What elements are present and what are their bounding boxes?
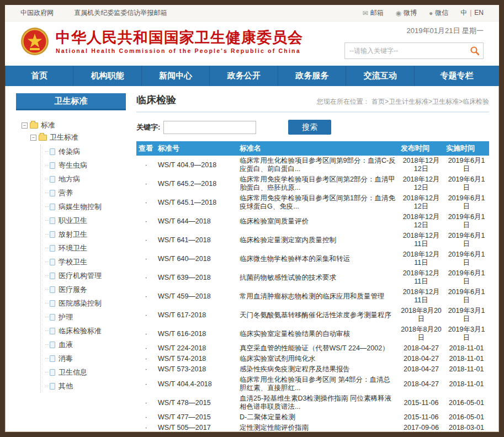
standard-name-link[interactable]: 临床常用生化检验项目参考区间 第4部分：血清总胆红素、直接胆红...: [237, 375, 399, 393]
table-head: 查看 标准号 标准名 发布时间 实施时间: [136, 141, 489, 156]
weibo-link[interactable]: ◉ 微博: [395, 8, 416, 18]
tree-node-root[interactable]: 标准: [22, 120, 123, 130]
tree-leaf-item[interactable]: 营养: [41, 186, 123, 200]
tree-leaf-item[interactable]: 地方病: [41, 172, 123, 186]
row-bullet: ·: [136, 354, 156, 364]
row-bullet: ·: [136, 343, 156, 354]
publish-date: 2018年12月11日: [399, 268, 444, 287]
tree-leaf-item[interactable]: 卫生信息: [41, 365, 123, 379]
nav-item[interactable]: 首页: [5, 66, 73, 86]
tree-leaf-item[interactable]: 其他: [41, 379, 123, 393]
document-icon: [50, 273, 55, 279]
tree-leaf-item[interactable]: 病媒生物控制: [41, 200, 123, 214]
folder-icon: [39, 135, 47, 141]
table-row: · WS/T 644—2018 临床检验室间质量评价 2018年12月12日 2…: [136, 212, 489, 231]
nav-item[interactable]: 政务服务: [278, 66, 346, 86]
implement-date: 2018-11-01: [444, 375, 489, 393]
standard-name-link[interactable]: 常用血清肿瘤标志物检测的临床应用和质量管理: [237, 287, 399, 306]
nav-item[interactable]: 机构职能: [73, 66, 141, 86]
search-button[interactable]: 搜索: [288, 120, 331, 135]
standard-name-link[interactable]: 感染性疾病免疫测定程序及结果报告: [237, 364, 399, 375]
standard-number: WS/T 573-2018: [156, 364, 237, 375]
tree-leaf-item[interactable]: 消毒: [41, 351, 123, 365]
nav-item[interactable]: 政务公开: [209, 66, 277, 86]
standard-name-link[interactable]: 临床实验室试剂用纯化水: [237, 354, 399, 364]
site-search-input[interactable]: [349, 47, 470, 55]
search-icon[interactable]: [470, 46, 480, 56]
standard-name-link[interactable]: 临床检验室间质量评价: [237, 212, 399, 231]
publish-date: 2018年12月11日: [399, 249, 444, 268]
standard-name-link[interactable]: 血清25-羟基维生素D3检测操作指南 同位素稀释液相色谱串联质谱法...: [237, 393, 399, 412]
page-frame: 中国政府网 直属机关纪委监委信访举报邮箱 ✉ 邮箱 ◉ 微博 ● 微信 中|EN: [0, 0, 504, 437]
lang-zh[interactable]: 中: [460, 9, 467, 17]
standard-name-link[interactable]: 真空采血管的性能验证（代替WS/T 224—2002）: [237, 343, 399, 354]
mail-label: 邮箱: [370, 8, 383, 18]
keyword-label: 关键字:: [136, 122, 160, 132]
nav-item[interactable]: 交流互动: [346, 66, 413, 86]
tree-leaf-label: 血液: [59, 340, 73, 350]
standard-name-link[interactable]: 临床微生物学检验样本的采集和转运: [237, 249, 399, 268]
collapse-icon[interactable]: [30, 135, 36, 141]
standard-number: WS/T 477—2015: [156, 412, 237, 423]
wechat-link[interactable]: ● 微信: [429, 8, 448, 18]
table-row: · WS/T 477—2015 D-二聚体定量检测 2015-11-06 201…: [136, 412, 489, 423]
nav-item[interactable]: 新闻中心: [141, 66, 209, 86]
document-icon: [50, 204, 55, 210]
lang-separator: |: [470, 9, 471, 17]
tree-leaf-item[interactable]: 学校卫生: [41, 255, 123, 269]
standard-name-link[interactable]: 临床检验定量测定室内质量控制: [237, 231, 399, 249]
topbar-links: 中国政府网 直属机关纪委监委信访举报邮箱: [20, 8, 185, 18]
breadcrumb[interactable]: 您现在所在位置： 首页>卫生计生标准>卫生标准>临床检验: [317, 97, 489, 106]
table-row: · WS/T 573-2018 感染性疾病免疫测定程序及结果报告 2018-04…: [136, 364, 489, 375]
publish-date: 2017-09-06: [399, 423, 444, 431]
lang-en[interactable]: EN: [474, 9, 484, 17]
tree-leaf-item[interactable]: 放射卫生: [41, 227, 123, 241]
tree-leaf-item[interactable]: 医疗机构管理: [41, 269, 123, 283]
standard-name-link[interactable]: D-二聚体定量检测: [237, 412, 399, 423]
tree-leaf-item[interactable]: 传染病: [41, 145, 123, 158]
col-header-number: 标准号: [156, 141, 237, 156]
tree-leaf-label: 传染病: [59, 147, 80, 157]
keyword-input[interactable]: [163, 121, 256, 134]
standard-name-link[interactable]: 定性测定性能评价指南: [237, 423, 399, 431]
document-icon: [50, 190, 55, 196]
tree-leaf-label: 医院感染控制: [59, 299, 102, 308]
publish-date: 2018年12月12日: [399, 212, 444, 231]
publish-date: 2018年8月20日: [399, 306, 444, 324]
tree-leaf-item[interactable]: 护理: [41, 310, 123, 324]
tree-node-health-standards[interactable]: 卫生标准: [30, 132, 123, 142]
implement-date: 2019年6月1日: [444, 193, 489, 212]
tree-leaf-item[interactable]: 血液: [41, 338, 123, 351]
tree-leaf-item[interactable]: 临床检验标准: [41, 324, 123, 338]
collapse-icon[interactable]: [22, 122, 28, 129]
table-row: · WS/T 645.2—2018 临床常用免疫学检验项目参考区间第2部分：血清…: [136, 174, 489, 193]
nav-item[interactable]: 专题专栏: [414, 66, 499, 86]
standard-name-link[interactable]: 天门冬氨酸氨基转移酶催化活性浓度参考测量程序: [237, 306, 399, 324]
document-icon: [50, 231, 55, 238]
tree-leaf-item[interactable]: 职业卫生: [41, 214, 123, 227]
standard-name-link[interactable]: 临床常用免疫学检验项目参考区间第1部分：血清免疫球蛋白G、免疫...: [237, 193, 399, 212]
standard-name-link[interactable]: 临床实验室定量检验结果的自动审核: [237, 324, 399, 343]
site-title-cn: 中华人民共和国国家卫生健康委员会: [56, 29, 303, 46]
mail-link[interactable]: ✉ 邮箱: [362, 8, 383, 18]
col-header-publish-date: 发布时间: [399, 141, 444, 156]
standard-name-link[interactable]: 抗菌药物敏感性试验的技术要求: [237, 268, 399, 287]
document-icon: [50, 355, 55, 362]
implement-date: 2019年6月1日: [444, 287, 489, 306]
tree-leaf-item[interactable]: 寄生虫病: [41, 158, 123, 172]
row-bullet: ·: [136, 375, 156, 393]
standard-number: WS/T 640—2018: [156, 249, 237, 268]
row-bullet: ·: [136, 174, 156, 193]
standard-name-link[interactable]: 临床常用免疫学检验项目参考区间第2部分：血清甲胎蛋白、癌胚抗原...: [237, 174, 399, 193]
col-header-implement-date: 实施时间: [444, 141, 489, 156]
tree-leaf-item[interactable]: 环境卫生: [41, 241, 123, 255]
tree-leaf-item[interactable]: 医疗服务: [41, 283, 123, 296]
tree-leaf-item[interactable]: 医院感染控制: [41, 296, 123, 310]
link-gov-portal[interactable]: 中国政府网: [20, 9, 54, 17]
tree-leaf-label: 放射卫生: [59, 230, 87, 239]
standard-number: WS/T 478—2015: [156, 393, 237, 412]
document-icon: [50, 162, 55, 169]
document-icon: [50, 259, 55, 265]
link-report-mailbox[interactable]: 直属机关纪委监委信访举报邮箱: [74, 9, 167, 17]
standard-name-link[interactable]: 临床常用生化检验项目参考区间第9部分：血清C-反应蛋白、前白蛋白...: [237, 156, 399, 174]
